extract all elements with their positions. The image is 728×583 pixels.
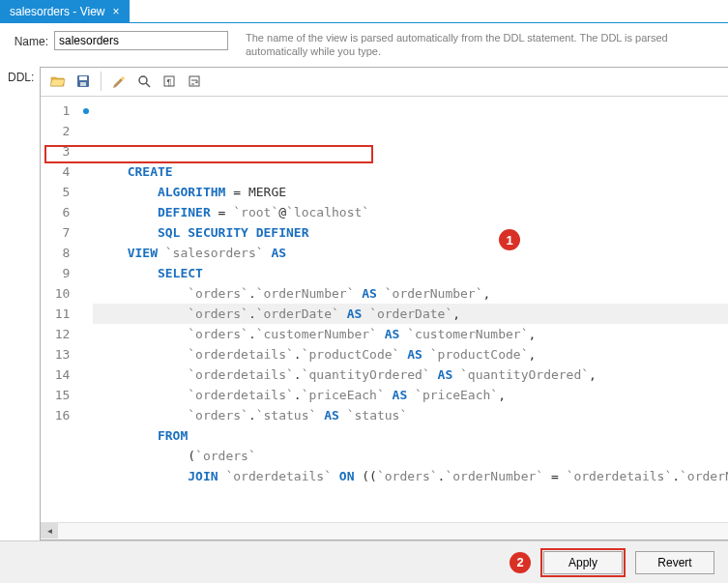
code-line[interactable]: `orders`.`status` AS `status` <box>93 405 728 425</box>
apply-button[interactable]: Apply <box>543 551 623 574</box>
code-line[interactable]: JOIN `orderdetails` ON ((`orders`.`order… <box>93 466 728 486</box>
pilcrow-icon[interactable]: ¶ <box>158 70 181 93</box>
code-line[interactable]: SQL SECURITY DEFINER <box>93 222 728 243</box>
line-number-gutter: 12345678910111213141516 <box>41 97 79 522</box>
callout-1: 1 <box>499 229 520 250</box>
search-icon[interactable] <box>132 70 156 93</box>
tab-title: salesorders - View <box>10 5 104 18</box>
code-line[interactable]: CREATE <box>93 161 728 182</box>
code-area[interactable]: CREATE ALGORITHM = MERGE DEFINER = `root… <box>93 97 728 522</box>
marker-column <box>79 97 93 522</box>
editor-body[interactable]: 12345678910111213141516 CREATE ALGORITHM… <box>41 97 728 522</box>
code-line[interactable]: `orderdetails`.`quantityOrdered` AS `qua… <box>93 364 728 385</box>
scroll-track[interactable] <box>58 523 728 539</box>
revert-button[interactable]: Revert <box>635 551 714 574</box>
code-line[interactable]: (`orders` <box>93 446 728 466</box>
code-line[interactable]: `orderdetails`.`priceEach` AS `priceEach… <box>93 385 728 405</box>
code-line[interactable]: SELECT <box>93 263 728 283</box>
code-line[interactable]: DEFINER = `root`@`localhost` <box>93 202 728 222</box>
save-icon[interactable] <box>72 70 95 93</box>
svg-rect-2 <box>80 82 86 86</box>
callout-2: 2 <box>510 552 531 573</box>
wrap-icon[interactable] <box>183 70 206 93</box>
tab-bar: salesorders - View × <box>0 0 728 23</box>
svg-rect-1 <box>79 76 87 80</box>
ddl-row: DDL: ¶ 12345678910111213141516 <box>0 63 728 540</box>
horizontal-scrollbar[interactable]: ◄ ► <box>41 522 728 539</box>
toolbar-separator <box>101 72 102 91</box>
sql-editor: ¶ 12345678910111213141516 CREATE ALGORIT… <box>40 67 728 540</box>
footer-bar: 2 Apply Revert <box>0 540 728 583</box>
code-line[interactable]: `orderdetails`.`productCode` AS `product… <box>93 344 728 364</box>
apply-highlight: Apply <box>540 548 626 577</box>
name-label: Name: <box>8 31 48 48</box>
name-help-text: The name of the view is parsed automatic… <box>234 31 720 59</box>
editor-toolbar: ¶ <box>41 68 728 97</box>
scroll-left-icon[interactable]: ◄ <box>41 523 58 539</box>
name-input[interactable] <box>54 31 228 50</box>
name-row: Name: The name of the view is parsed aut… <box>0 23 728 63</box>
ddl-label: DDL: <box>8 67 34 84</box>
code-line[interactable]: FROM <box>93 425 728 446</box>
svg-point-3 <box>139 76 147 84</box>
tab-salesorders[interactable]: salesorders - View × <box>0 0 130 22</box>
code-line[interactable]: `orders`.`orderDate` AS `orderDate`, <box>93 304 728 324</box>
svg-text:¶: ¶ <box>167 77 172 87</box>
svg-line-4 <box>146 83 150 87</box>
code-line[interactable]: VIEW `salesorders` AS <box>93 243 728 263</box>
code-line[interactable]: `orders`.`orderNumber` AS `orderNumber`, <box>93 283 728 304</box>
code-line[interactable]: `orders`.`customerNumber` AS `customerNu… <box>93 324 728 344</box>
code-line[interactable]: ALGORITHM = MERGE <box>93 182 728 202</box>
beautify-icon[interactable] <box>107 70 131 93</box>
folder-open-icon[interactable] <box>46 70 70 93</box>
close-icon[interactable]: × <box>112 6 119 17</box>
